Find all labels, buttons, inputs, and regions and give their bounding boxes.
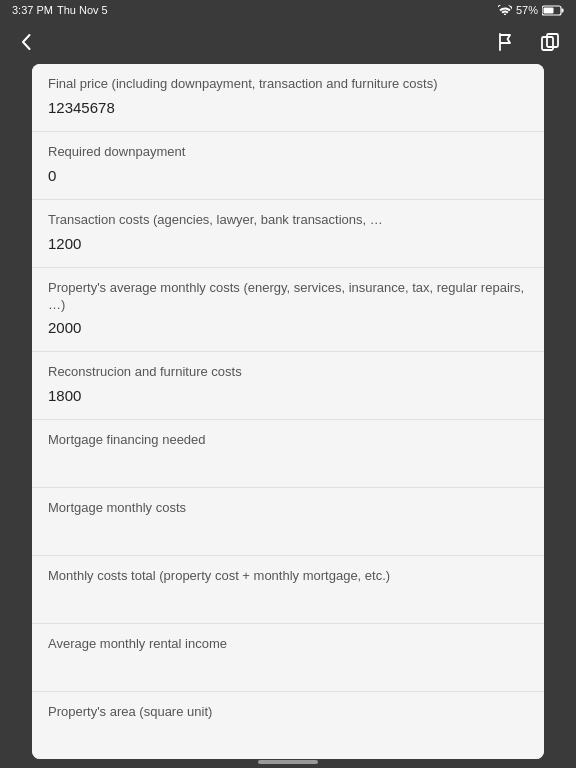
svg-rect-1 <box>562 8 564 12</box>
status-left: 3:37 PM Thu Nov 5 <box>12 4 108 16</box>
field-label-4: Reconstrucion and furniture costs <box>48 364 528 381</box>
field-value-2[interactable]: 1200 <box>48 235 528 255</box>
field-value-0[interactable]: 12345678 <box>48 99 528 119</box>
wifi-icon <box>498 5 512 15</box>
battery-icon <box>542 5 564 16</box>
field-value-9[interactable] <box>48 727 528 747</box>
field-value-3[interactable]: 2000 <box>48 319 528 339</box>
field-row-8[interactable]: Average monthly rental income <box>32 624 544 692</box>
field-label-5: Mortgage financing needed <box>48 432 528 449</box>
field-label-6: Mortgage monthly costs <box>48 500 528 517</box>
field-label-9: Property's area (square unit) <box>48 704 528 721</box>
field-label-2: Transaction costs (agencies, lawyer, ban… <box>48 212 528 229</box>
status-right: 57% <box>498 4 564 16</box>
close-button[interactable] <box>536 28 564 56</box>
field-label-7: Monthly costs total (property cost + mon… <box>48 568 528 585</box>
field-row-1[interactable]: Required downpayment0 <box>32 132 544 200</box>
field-value-5[interactable] <box>48 455 528 475</box>
flag-icon <box>496 32 516 52</box>
field-label-3: Property's average monthly costs (energy… <box>48 280 528 314</box>
copy-icon <box>540 32 560 52</box>
top-bar-right <box>492 28 564 56</box>
field-value-1[interactable]: 0 <box>48 167 528 187</box>
field-row-4[interactable]: Reconstrucion and furniture costs1800 <box>32 352 544 420</box>
field-label-0: Final price (including downpayment, tran… <box>48 76 528 93</box>
status-bar: 3:37 PM Thu Nov 5 57% <box>0 0 576 20</box>
top-bar <box>0 20 576 64</box>
field-value-8[interactable] <box>48 659 528 679</box>
field-row-7[interactable]: Monthly costs total (property cost + mon… <box>32 556 544 624</box>
field-row-2[interactable]: Transaction costs (agencies, lawyer, ban… <box>32 200 544 268</box>
back-icon <box>16 32 36 52</box>
field-row-0[interactable]: Final price (including downpayment, tran… <box>32 64 544 132</box>
back-button[interactable] <box>12 28 40 56</box>
scroll-indicator <box>258 760 318 764</box>
field-value-4[interactable]: 1800 <box>48 387 528 407</box>
field-value-7[interactable] <box>48 591 528 611</box>
svg-rect-2 <box>544 7 554 13</box>
field-label-1: Required downpayment <box>48 144 528 161</box>
field-value-6[interactable] <box>48 523 528 543</box>
field-label-8: Average monthly rental income <box>48 636 528 653</box>
day-label: Thu Nov 5 <box>57 4 108 16</box>
form-card: Final price (including downpayment, tran… <box>32 64 544 759</box>
field-row-3[interactable]: Property's average monthly costs (energy… <box>32 268 544 353</box>
content-area[interactable]: Final price (including downpayment, tran… <box>0 64 576 768</box>
time-label: 3:37 PM <box>12 4 53 16</box>
flag-button[interactable] <box>492 28 520 56</box>
battery-label: 57% <box>516 4 538 16</box>
field-row-6[interactable]: Mortgage monthly costs <box>32 488 544 556</box>
field-row-9[interactable]: Property's area (square unit) <box>32 692 544 759</box>
field-row-5[interactable]: Mortgage financing needed <box>32 420 544 488</box>
